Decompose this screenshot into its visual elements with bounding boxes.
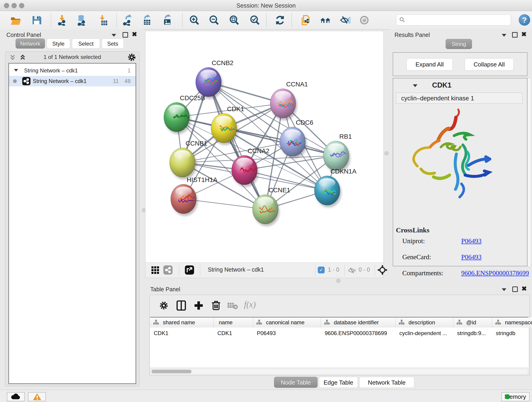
column-header--id[interactable]: @id bbox=[453, 317, 492, 327]
crosslink-link[interactable]: 9606.ENSP00000378699 bbox=[461, 269, 529, 277]
column-header-description[interactable]: description bbox=[396, 317, 453, 327]
selected-checkbox-icon[interactable]: ✓ bbox=[318, 267, 325, 274]
results-panel-title: Results Panel bbox=[394, 32, 430, 38]
control-panel-title: Control Panel bbox=[6, 32, 41, 38]
copy-network-icon[interactable] bbox=[300, 15, 311, 26]
horizontal-splitter-handle[interactable] bbox=[336, 279, 341, 283]
gear-icon[interactable] bbox=[159, 301, 168, 310]
tab-node-table[interactable]: Node Table bbox=[274, 377, 317, 388]
birdseye-icon[interactable] bbox=[377, 265, 387, 275]
panel-menu-icon[interactable] bbox=[502, 34, 506, 37]
crosslink-label: Uniprot: bbox=[402, 237, 425, 245]
zoom-selected-icon[interactable] bbox=[249, 15, 260, 26]
cell--id[interactable]: stringdb:9... bbox=[453, 327, 492, 338]
cloud-button[interactable] bbox=[7, 392, 25, 401]
scrollbar-thumb[interactable] bbox=[152, 370, 191, 373]
network-status-dot bbox=[13, 79, 17, 83]
status-bar: Memory bbox=[0, 390, 532, 402]
home-networks-icon[interactable] bbox=[320, 15, 331, 26]
tab-style[interactable]: Style bbox=[47, 38, 70, 49]
tab-network-table[interactable]: Network Table bbox=[359, 377, 414, 388]
crosslink-link[interactable]: P06493 bbox=[461, 253, 481, 261]
import-network-database-icon[interactable] bbox=[76, 15, 87, 26]
column-header-namespace[interactable]: namespace bbox=[492, 317, 532, 327]
network-node-cdkn1a[interactable]: CDKN1A bbox=[314, 168, 356, 207]
cell-shared-name[interactable]: CDK1 bbox=[150, 327, 214, 338]
help-icon[interactable]: ? bbox=[519, 14, 530, 26]
panel-menu-icon[interactable] bbox=[112, 34, 116, 37]
network-node-rb1[interactable]: RB1 bbox=[323, 133, 352, 172]
columns-icon[interactable] bbox=[176, 300, 186, 311]
tab-select[interactable]: Select bbox=[72, 38, 100, 49]
zoom-out-icon[interactable] bbox=[209, 15, 220, 26]
cell-database-identifier[interactable]: 9606.ENSP00000378699 bbox=[321, 327, 396, 338]
network-node-ccna1[interactable]: CCNA1 bbox=[270, 81, 308, 120]
search-input[interactable] bbox=[396, 14, 511, 26]
node-label: CCNA1 bbox=[286, 81, 308, 88]
panel-menu-icon[interactable] bbox=[502, 288, 506, 291]
hide-selection-icon[interactable] bbox=[339, 15, 350, 26]
network-graph[interactable]: CCNB2CCNA1CDC25BCDK1CDC6RB1CCNB1CCNA2CDK… bbox=[146, 31, 383, 263]
memory-button[interactable]: Memory bbox=[501, 392, 530, 401]
node-label: CCNB1 bbox=[186, 140, 207, 147]
tab-sets[interactable]: Sets bbox=[102, 38, 124, 49]
expand-all-button[interactable]: Expand All bbox=[406, 58, 453, 70]
float-window-icon[interactable] bbox=[123, 32, 128, 38]
delete-trash-icon[interactable] bbox=[211, 300, 221, 311]
zoom-in-icon[interactable] bbox=[189, 15, 200, 26]
tree-expand-icon[interactable] bbox=[14, 69, 18, 71]
open-external-icon[interactable] bbox=[185, 265, 194, 274]
save-session-icon[interactable] bbox=[31, 15, 42, 26]
node-label: CCNE1 bbox=[268, 186, 290, 194]
cell-description[interactable]: cyclin-dependent ... bbox=[396, 327, 453, 338]
export-table-icon[interactable] bbox=[142, 15, 152, 26]
network-view[interactable]: CCNB2CCNA1CDC25BCDK1CDC6RB1CCNB1CCNA2CDK… bbox=[145, 31, 384, 278]
refresh-icon[interactable] bbox=[274, 15, 285, 26]
network-node-cdk1[interactable]: CDK1 bbox=[211, 105, 244, 145]
column-header-canonical-name[interactable]: canonical name bbox=[253, 317, 321, 327]
open-file-icon[interactable] bbox=[10, 15, 21, 26]
import-network-file-icon[interactable] bbox=[57, 15, 68, 26]
grid-view-icon[interactable] bbox=[152, 266, 159, 274]
add-column-icon[interactable] bbox=[194, 300, 204, 311]
float-window-icon[interactable] bbox=[512, 32, 518, 38]
string-view-icon[interactable] bbox=[163, 265, 172, 274]
protein-structure-image bbox=[408, 108, 505, 204]
cloud-icon bbox=[10, 393, 22, 400]
section-collapse-icon[interactable] bbox=[413, 84, 418, 87]
warning-button[interactable] bbox=[28, 392, 46, 401]
export-image-icon[interactable] bbox=[162, 15, 173, 26]
export-network-icon[interactable] bbox=[122, 15, 133, 26]
close-panel-icon[interactable]: ✖ bbox=[132, 32, 137, 37]
show-eye-icon bbox=[359, 15, 370, 26]
node-section-title: CDK1 bbox=[432, 81, 451, 89]
network-edge[interactable] bbox=[209, 82, 265, 209]
close-panel-icon[interactable]: ✖ bbox=[521, 32, 526, 37]
column-header-shared-name[interactable]: shared name bbox=[150, 317, 214, 327]
hidden-eye-icon bbox=[348, 267, 356, 274]
gear-icon[interactable] bbox=[127, 53, 136, 62]
collapse-all-button[interactable]: Collapse All bbox=[465, 58, 514, 70]
network-collection-row[interactable]: String Network – cdk1 1 bbox=[9, 65, 136, 76]
edge-count: 48 bbox=[124, 76, 131, 86]
tab-network[interactable]: Network bbox=[16, 38, 45, 49]
right-splitter-handle[interactable] bbox=[385, 151, 389, 155]
crosslink-link[interactable]: P06493 bbox=[461, 237, 481, 245]
close-panel-icon[interactable]: ✖ bbox=[521, 287, 527, 291]
results-scrollbar[interactable] bbox=[527, 78, 531, 267]
tab-edge-table[interactable]: Edge Table bbox=[319, 377, 358, 388]
float-window-icon[interactable] bbox=[512, 287, 518, 292]
network-node-hist1h1a[interactable]: HIST1H1A bbox=[171, 176, 217, 216]
zoom-fit-icon[interactable] bbox=[229, 15, 240, 26]
column-header-database-identifier[interactable]: database identifier bbox=[321, 317, 396, 327]
cell-namespace[interactable]: stringdb bbox=[492, 327, 532, 338]
cell-name[interactable]: CDK1 bbox=[214, 327, 253, 338]
tab-string[interactable]: String bbox=[446, 39, 472, 49]
column-header-name[interactable]: name bbox=[214, 317, 253, 327]
search-field[interactable] bbox=[407, 15, 509, 25]
cell-canonical-name[interactable]: P06493 bbox=[253, 327, 321, 338]
network-row-selected[interactable]: String Network – cdk1 11 48 bbox=[9, 76, 136, 86]
import-table-icon[interactable] bbox=[97, 15, 108, 26]
node-label: HIST1H1A bbox=[187, 176, 217, 183]
table-horizontal-scrollbar[interactable] bbox=[151, 369, 528, 374]
